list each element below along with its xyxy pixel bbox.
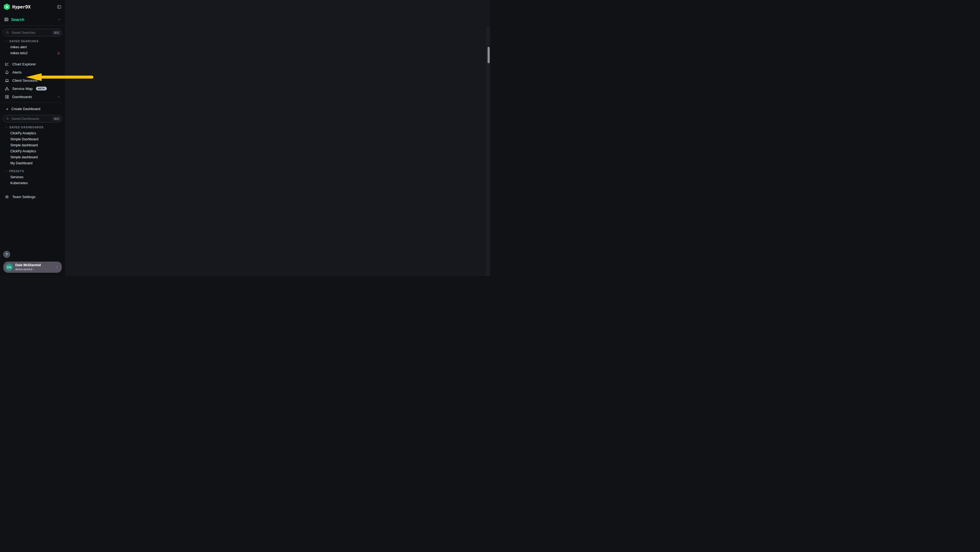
saved-dashboards-section[interactable]: SAVED DASHBOARDS bbox=[5, 126, 61, 129]
avatar: DM bbox=[5, 263, 13, 271]
saved-dashboards-searchbox[interactable]: ⌘K bbox=[3, 115, 62, 122]
user-name: Dale McDiarmid bbox=[15, 263, 41, 268]
presets-section[interactable]: PRESETS bbox=[5, 169, 61, 173]
search-icon bbox=[6, 117, 9, 120]
hyperdx-logo-icon bbox=[4, 3, 10, 10]
saved-dashboard-item[interactable]: Simple dashboard bbox=[3, 142, 62, 148]
chevron-down-icon bbox=[5, 40, 7, 43]
search-list-icon bbox=[4, 18, 8, 22]
line-chart-icon bbox=[5, 62, 9, 66]
sidebar-item-search[interactable]: Search bbox=[0, 14, 65, 26]
user-subtitle: demo-service - bbox=[15, 268, 41, 271]
sidebar-collapse-icon[interactable] bbox=[57, 5, 61, 9]
chevron-down-icon bbox=[5, 126, 7, 129]
saved-searches-list: mikes alertmikes tets2 bbox=[3, 44, 62, 56]
search-nav-label: Search bbox=[11, 18, 24, 22]
sidebar-item-team-settings[interactable]: Team Settings bbox=[3, 193, 62, 201]
saved-searches-searchbox[interactable]: ⌘K bbox=[3, 29, 62, 36]
saved-dashboard-item[interactable]: My Dashboard bbox=[3, 160, 62, 166]
sidebar: HyperDX Search ⌘K bbox=[0, 0, 65, 276]
vertical-scrollbar[interactable] bbox=[487, 26, 490, 276]
bell-icon bbox=[5, 70, 9, 74]
presets-list: ServicesKubernetes bbox=[3, 174, 62, 186]
saved-search-label: mikes alert bbox=[10, 45, 27, 49]
search-icon bbox=[6, 31, 9, 34]
shortcut-badge: ⌘K bbox=[52, 31, 60, 35]
chevron-up-icon[interactable] bbox=[57, 95, 60, 98]
vertical-scrollbar-thumb[interactable] bbox=[488, 47, 490, 63]
user-meta: Dale McDiarmid demo-service - bbox=[15, 263, 41, 271]
saved-searches-input[interactable] bbox=[11, 30, 51, 35]
saved-dashboards-input[interactable] bbox=[11, 116, 51, 121]
preset-item[interactable]: Services bbox=[3, 174, 62, 180]
saved-dashboard-item[interactable]: Simple dashboard bbox=[3, 154, 62, 160]
saved-searches-section[interactable]: SAVED SEARCHES bbox=[5, 40, 61, 43]
beta-badge: BETA bbox=[36, 87, 47, 91]
sidebar-item-service-map[interactable]: Service Map BETA bbox=[3, 85, 62, 93]
gear-icon bbox=[5, 195, 9, 199]
sidebar-item-dashboards[interactable]: Dashboards bbox=[3, 93, 62, 101]
laptop-icon bbox=[5, 78, 9, 83]
annotation-arrow-alerts bbox=[26, 73, 94, 81]
sidebar-divider bbox=[3, 102, 62, 103]
shortcut-badge: ⌘K bbox=[52, 117, 60, 121]
alert-bell-icon[interactable] bbox=[57, 52, 60, 55]
sidebar-scroll: ⌘K SAVED SEARCHES mikes alertmikes tets2… bbox=[0, 26, 65, 248]
hyperdx-app: HyperDX Search ⌘K bbox=[0, 0, 490, 276]
app-title: HyperDX bbox=[12, 4, 30, 10]
logo-row: HyperDX bbox=[0, 0, 65, 14]
saved-search-item[interactable]: mikes alert bbox=[3, 44, 62, 50]
plus-icon: + bbox=[6, 107, 8, 111]
saved-dashboards-list: ClickPy AnalyticsSimple DashboardSimple … bbox=[3, 130, 62, 166]
chevron-up-icon[interactable] bbox=[58, 18, 61, 21]
saved-search-item[interactable]: mikes tets2 bbox=[3, 50, 62, 56]
create-dashboard-button[interactable]: + Create Dashboard bbox=[3, 105, 62, 113]
saved-dashboard-item[interactable]: Simple Dashboard bbox=[3, 136, 62, 142]
saved-search-label: mikes tets2 bbox=[10, 51, 27, 55]
sitemap-icon bbox=[5, 87, 9, 91]
preset-item[interactable]: Kubernetes bbox=[3, 180, 62, 186]
sidebar-bottom: ? DM Dale McDiarmid demo-service - bbox=[0, 248, 65, 276]
chevron-right-icon bbox=[56, 266, 59, 269]
saved-dashboard-item[interactable]: ClickPy Analytics bbox=[3, 148, 62, 154]
saved-dashboard-item[interactable]: ClickPy Analytics bbox=[3, 130, 62, 136]
dashboard-grid-icon bbox=[5, 95, 9, 99]
help-button[interactable]: ? bbox=[3, 251, 10, 258]
sidebar-item-chart-explorer[interactable]: Chart Explorer bbox=[3, 60, 62, 68]
user-profile-button[interactable]: DM Dale McDiarmid demo-service - bbox=[3, 262, 62, 273]
chevron-down-icon bbox=[5, 170, 7, 172]
